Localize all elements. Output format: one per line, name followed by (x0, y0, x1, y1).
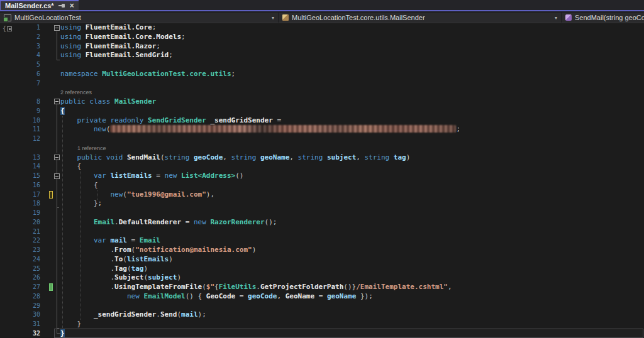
code-line[interactable]: 11 new(; (0, 125, 644, 134)
current-line-highlight (54, 329, 643, 338)
pin-icon[interactable] (58, 3, 65, 9)
code-text: .To(listEmails) (60, 255, 173, 264)
fold-marker[interactable] (54, 25, 60, 31)
code-line[interactable]: 14 { (0, 162, 644, 172)
code-line[interactable]: 29 (0, 302, 644, 311)
code-line[interactable]: 27 .UsingTemplateFromFile($"{FileUtils.G… (0, 283, 644, 292)
line-number[interactable]: 29 (0, 302, 40, 311)
project-icon (4, 14, 11, 21)
document-outline-icon[interactable]: { (3, 25, 12, 32)
line-number[interactable] (0, 88, 40, 97)
code-line[interactable]: 30 _sendGridSender.Send(mail); (0, 310, 644, 320)
code-line[interactable]: 25 .Tag(tag) (0, 264, 644, 274)
code-line[interactable]: 4using FluentEmail.SendGrid; (0, 51, 644, 60)
codelens-row[interactable]: 1 reference (0, 144, 644, 153)
fold-marker[interactable] (54, 99, 60, 104)
tab-mailsender[interactable]: MailSender.cs* × (0, 0, 79, 10)
code-line[interactable]: 5 (0, 60, 644, 70)
code-line[interactable]: 6namespace MultiGeoLocationTest.core.uti… (0, 70, 644, 79)
fold-marker[interactable] (54, 173, 60, 179)
code-text: { (60, 107, 65, 116)
code-line[interactable]: 23 .From("notification@mailnesia.com") (0, 246, 644, 255)
line-number[interactable]: 2 (0, 33, 40, 42)
code-line[interactable]: 18 }; (0, 199, 644, 209)
line-number[interactable]: 9 (0, 107, 40, 116)
outline-line (57, 160, 57, 173)
code-line[interactable]: 1using FluentEmail.Core; (0, 23, 644, 33)
line-number[interactable]: 16 (0, 181, 40, 190)
line-number[interactable]: 3 (0, 42, 40, 52)
codelens-row[interactable]: 2 references (0, 88, 644, 97)
line-number[interactable]: 23 (0, 246, 40, 255)
outline-line (57, 104, 57, 153)
line-number[interactable]: 21 (0, 227, 40, 237)
nav-project-label: MultiGeoLocationTest (14, 14, 81, 21)
nav-member-dropdown[interactable]: SendMail(string geoCod (562, 13, 644, 23)
line-number[interactable]: 12 (0, 134, 40, 144)
close-icon[interactable]: × (70, 2, 74, 9)
line-number[interactable]: 32 (0, 329, 40, 338)
code-line[interactable]: 13 public void SendMail(string geoCode, … (0, 153, 644, 163)
code-text: public class MailSender (60, 97, 156, 107)
code-line[interactable]: 17 new("tue1996@gmail.com"), (0, 190, 644, 200)
code-text: _sendGridSender.Send(mail); (60, 310, 206, 320)
code-line[interactable]: 16 { (0, 181, 644, 190)
code-line[interactable]: 3using FluentEmail.Razor; (0, 42, 644, 52)
line-number[interactable]: 22 (0, 236, 40, 246)
fold-marker[interactable] (54, 155, 60, 160)
code-line[interactable]: 21 (0, 227, 644, 237)
line-number[interactable]: 30 (0, 310, 40, 320)
nav-type-dropdown[interactable]: MultiGeoLocationTest.core.utils.MailSend… (279, 13, 562, 23)
class-icon (282, 14, 289, 21)
code-text: .From("notification@mailnesia.com") (60, 246, 256, 255)
line-number[interactable]: 31 (0, 320, 40, 329)
code-line[interactable]: 15 var listEmails = new List<Address>() (0, 172, 644, 181)
nav-project-dropdown[interactable]: MultiGeoLocationTest ▾ (0, 13, 279, 23)
code-editor[interactable]: { 1using FluentEmail.Core;2using FluentE… (0, 23, 644, 338)
tab-bar: MailSender.cs* × (0, 0, 644, 11)
line-number[interactable]: 8 (0, 97, 40, 107)
code-line[interactable]: 8public class MailSender (0, 97, 644, 107)
chevron-down-icon: ▾ (551, 15, 557, 21)
code-text: using FluentEmail.Razor; (60, 42, 160, 52)
outline-corner (57, 60, 60, 60)
code-text: var listEmails = new List<Address>() (60, 172, 243, 181)
line-number[interactable]: 15 (0, 172, 40, 181)
code-text: var mail = Email (60, 236, 160, 246)
line-number[interactable]: 28 (0, 292, 40, 302)
code-line[interactable]: 10 private readonly SendGridSender _send… (0, 116, 644, 126)
code-line[interactable]: 19 (0, 209, 644, 218)
line-number[interactable]: 24 (0, 255, 40, 264)
code-line[interactable]: 31 } (0, 320, 644, 329)
code-line[interactable]: 2using FluentEmail.Core.Models; (0, 33, 644, 42)
line-number[interactable]: 4 (0, 51, 40, 60)
nav-member-label: SendMail(string geoCod (575, 14, 644, 21)
line-number[interactable]: 19 (0, 209, 40, 218)
code-line[interactable]: 26 .Subject(subject) (0, 273, 644, 283)
line-number[interactable]: 20 (0, 218, 40, 227)
code-line[interactable]: 24 .To(listEmails) (0, 255, 644, 264)
line-number[interactable]: 17 (0, 190, 40, 200)
line-number[interactable]: 11 (0, 125, 40, 134)
line-number[interactable]: 25 (0, 264, 40, 274)
line-number[interactable]: 14 (0, 162, 40, 172)
line-number[interactable]: 7 (0, 79, 40, 89)
line-number[interactable]: 27 (0, 283, 40, 292)
outline-line (57, 31, 57, 60)
line-number[interactable]: 10 (0, 116, 40, 126)
code-line[interactable]: 12 (0, 134, 644, 144)
line-number[interactable] (0, 144, 40, 153)
code-line[interactable]: 28 new EmailModel() { GeoCode = geoCode,… (0, 292, 644, 302)
line-number[interactable]: 5 (0, 60, 40, 70)
line-number[interactable]: 13 (0, 153, 40, 163)
code-line[interactable]: 9{ (0, 107, 644, 116)
code-line[interactable]: 7 (0, 79, 644, 89)
line-number[interactable]: 18 (0, 199, 40, 209)
chevron-down-icon: ▾ (268, 15, 274, 21)
code-line[interactable]: 20 Email.DefaultRenderer = new RazorRend… (0, 218, 644, 227)
ide-window: MailSender.cs* × MultiGeoLocationTest ▾ … (0, 0, 644, 338)
line-number[interactable]: 6 (0, 70, 40, 79)
code-line[interactable]: 22 var mail = Email (0, 236, 644, 246)
code-rows: 1using FluentEmail.Core;2using FluentEma… (0, 23, 644, 338)
line-number[interactable]: 26 (0, 273, 40, 283)
